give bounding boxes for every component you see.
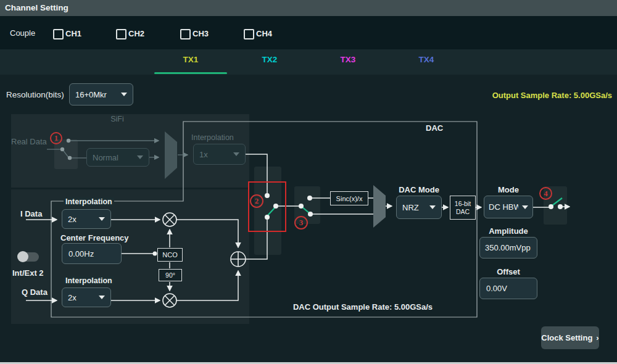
active-tab-underline: [154, 72, 227, 74]
dac-chip-line2: DAC: [456, 208, 470, 215]
dac-chip-box: 16-bit DAC: [450, 196, 476, 220]
dac-mux: [373, 185, 386, 228]
couple-label: Couple: [10, 28, 35, 38]
nco-box: NCO: [157, 248, 183, 262]
annotation-4: 4: [539, 187, 552, 200]
offset-label: Offset: [479, 267, 537, 276]
couple-row: Couple CH1 CH2 CH3 CH4: [0, 16, 617, 49]
chevron-down-icon: [429, 205, 436, 209]
checkbox-ch2-label: CH2: [128, 29, 144, 38]
phase-90-box: 90°: [159, 269, 182, 281]
sifi-mode-dropdown[interactable]: Normal: [86, 148, 149, 167]
sifi-interpolation-dropdown[interactable]: 1x: [193, 144, 246, 165]
real-data-label: Real Data: [11, 137, 47, 146]
center-frequency-label: Center Frequency: [60, 233, 129, 242]
dac-title: DAC: [426, 123, 443, 133]
output-sample-rate-text: Output Sample Rate: 5.00GSa/s: [432, 91, 612, 100]
center-frequency-value: 0.00Hz: [68, 249, 94, 259]
channel-setting-window: Channel Setting Couple CH1 CH2 CH3 CH4 T…: [0, 0, 617, 364]
clock-setting-label: Clock Setting: [541, 333, 592, 342]
chevron-down-icon: [121, 93, 127, 96]
dac-output-rate-text: DAC Output Sample Rate: 5.00GSa/s: [276, 302, 449, 312]
amplitude-field[interactable]: 350.00mVpp: [479, 237, 537, 259]
tab-tx3[interactable]: TX3: [317, 49, 379, 73]
checkbox-ch4-label: CH4: [256, 29, 272, 38]
nco-label: NCO: [162, 251, 177, 259]
tab-tx2[interactable]: TX2: [239, 49, 300, 73]
checkbox-ch2[interactable]: [116, 29, 126, 39]
iq-panel: [11, 189, 249, 324]
phase-90-label: 90°: [165, 271, 175, 279]
chevron-down-icon: [233, 152, 239, 156]
q-interpolation-value: 2x: [68, 293, 95, 302]
dac-mode-label: DAC Mode: [396, 185, 442, 194]
sinc-filter-label: Sinc(x)/x: [336, 195, 363, 202]
chevron-down-icon: [522, 205, 528, 209]
checkbox-ch3-label: CH3: [193, 29, 209, 38]
amplitude-value: 350.00mVpp: [485, 243, 531, 252]
int-ext-toggle-label: Int/Ext 2: [12, 268, 44, 278]
annotation-3: 3: [294, 216, 308, 230]
title-bar: Channel Setting: [0, 0, 617, 16]
sifi-interpolation-label: Interpolation: [191, 133, 234, 142]
sifi-title: SiFi: [74, 115, 160, 123]
sinc-filter-box: Sinc(x)/x: [330, 191, 368, 205]
checkbox-ch1-label: CH1: [65, 29, 81, 38]
checkbox-ch3[interactable]: [180, 29, 191, 39]
amplitude-label: Amplitude: [479, 226, 537, 236]
sifi-mode-value: Normal: [93, 153, 133, 162]
annotation-1: 1: [50, 132, 62, 144]
chevron-down-icon: [137, 155, 143, 159]
window-title: Channel Setting: [5, 0, 68, 16]
checkbox-ch4[interactable]: [244, 29, 254, 39]
output-mode-value: DC HBW: [489, 202, 518, 212]
tab-tx4[interactable]: TX4: [395, 49, 457, 73]
output-mode-dropdown[interactable]: DC HBW: [484, 196, 533, 218]
clock-setting-button[interactable]: Clock Setting ›: [541, 326, 599, 349]
center-frequency-field[interactable]: 0.00Hz: [62, 243, 122, 264]
output-mode-label: Mode: [484, 185, 533, 194]
i-interpolation-dropdown[interactable]: 2x: [62, 209, 111, 229]
q-data-label: Q Data: [22, 287, 48, 297]
toggle-knob: [17, 251, 28, 262]
chevron-down-icon: [99, 217, 105, 221]
i-interpolation-value: 2x: [68, 215, 95, 224]
offset-field[interactable]: 0.00V: [479, 278, 537, 299]
q-interpolation-dropdown[interactable]: 2x: [62, 287, 111, 307]
annotation-2: 2: [250, 194, 263, 208]
offset-value: 0.00V: [486, 284, 507, 293]
dac-chip-line1: 16-bit: [455, 200, 471, 207]
checkbox-ch1[interactable]: [53, 29, 64, 39]
sifi-interpolation-value: 1x: [199, 150, 230, 159]
q-interpolation-label: Interpolation: [64, 276, 114, 285]
dac-mode-value: NRZ: [402, 203, 426, 212]
tab-tx1[interactable]: TX1: [160, 49, 222, 73]
dac-mode-dropdown[interactable]: NRZ: [396, 196, 442, 219]
resolution-dropdown[interactable]: 16+0Mkr: [69, 83, 133, 105]
chevron-right-icon: ›: [596, 333, 598, 342]
tx-tab-bar: TX1 TX2 TX3 TX4: [0, 49, 617, 75]
int-ext-toggle[interactable]: [19, 252, 39, 262]
i-data-label: I Data: [20, 209, 42, 218]
resolution-value: 16+0Mkr: [75, 90, 117, 99]
chevron-down-icon: [99, 296, 105, 299]
i-interpolation-label: Interpolation: [64, 197, 114, 206]
resolution-label: Resolution(bits): [6, 90, 64, 99]
